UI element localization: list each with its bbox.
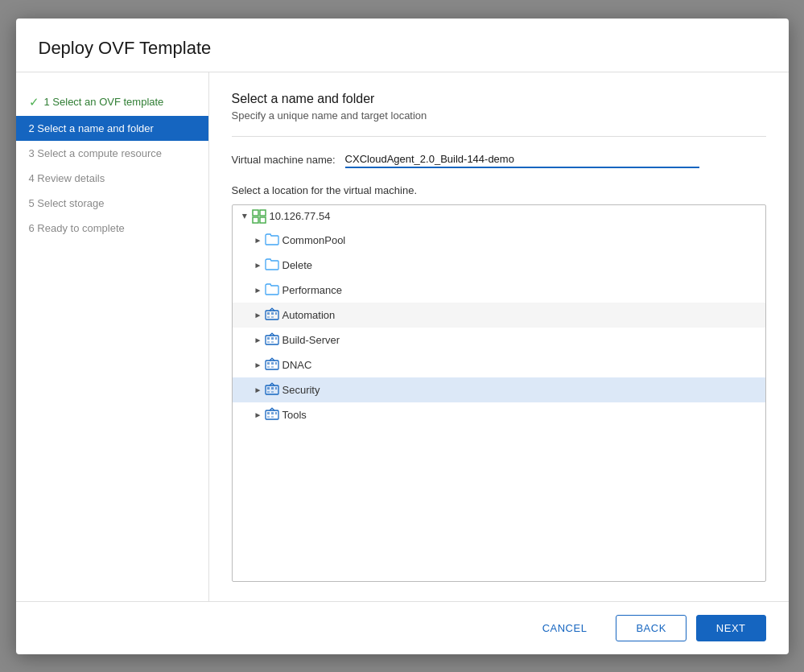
tree-item-automation[interactable]: ► Automation [233, 303, 765, 328]
sidebar-item-label: 5 Select storage [29, 197, 105, 209]
svg-rect-18 [271, 362, 274, 365]
svg-rect-4 [266, 311, 278, 320]
divider [232, 136, 766, 137]
folder-icon [265, 357, 282, 373]
tree-item-commonpool[interactable]: ► CommonPool [233, 228, 765, 253]
svg-rect-24 [271, 387, 274, 390]
tree-item-label: CommonPool [282, 234, 346, 246]
svg-rect-22 [266, 385, 278, 394]
tree-item-label: Tools [282, 409, 307, 421]
folder-icon [265, 282, 282, 299]
location-label: Select a location for the virtual machin… [232, 184, 766, 196]
tree-item-dnac[interactable]: ► DNAC [233, 352, 765, 377]
root-label: 10.126.77.54 [270, 210, 331, 222]
svg-rect-9 [271, 316, 274, 318]
folder-icon [265, 381, 282, 398]
svg-rect-25 [275, 387, 277, 390]
svg-rect-26 [267, 391, 270, 393]
tree-item-label: DNAC [282, 359, 312, 371]
svg-rect-16 [266, 361, 278, 369]
chevron-icon: ► [252, 283, 265, 296]
root-server-icon [252, 209, 266, 224]
tree-item-label: Delete [282, 259, 313, 271]
tree-item-performance[interactable]: ► Performance [233, 278, 765, 303]
folder-icon [265, 232, 282, 249]
folder-icon [265, 257, 282, 274]
sidebar-item-label: 4 Review details [29, 172, 105, 184]
vm-name-input[interactable] [345, 151, 699, 168]
sidebar-item-label: 1 Select an OVF template [44, 96, 164, 108]
sidebar-item-label: 3 Select a compute resource [29, 147, 162, 159]
svg-rect-17 [267, 362, 270, 365]
tree-item-label: Automation [282, 309, 336, 321]
chevron-icon: ► [252, 408, 265, 421]
folder-icon [265, 406, 282, 423]
wizard-sidebar: ✓1 Select an OVF template2 Select a name… [16, 72, 209, 601]
tree-item-label: Security [282, 384, 320, 396]
deploy-ovf-dialog: Deploy OVF Template ✓1 Select an OVF tem… [16, 19, 789, 654]
svg-rect-0 [253, 210, 258, 216]
svg-rect-23 [267, 387, 270, 390]
svg-rect-30 [271, 412, 274, 414]
svg-rect-29 [267, 412, 270, 414]
tree-root[interactable]: ► 10.126.77.54 [233, 205, 765, 228]
chevron-icon: ► [252, 358, 265, 371]
svg-rect-19 [275, 362, 277, 365]
svg-rect-31 [275, 412, 277, 414]
sidebar-item-step3[interactable]: 3 Select a compute resource [16, 141, 208, 166]
sidebar-item-step6[interactable]: 6 Ready to complete [16, 216, 208, 241]
svg-rect-11 [267, 337, 270, 340]
tree-item-delete[interactable]: ► Delete [233, 253, 765, 278]
svg-rect-27 [271, 391, 274, 393]
svg-rect-14 [267, 341, 270, 343]
svg-rect-5 [267, 312, 270, 315]
chevron-icon: ► [252, 233, 265, 246]
sidebar-item-step1[interactable]: ✓1 Select an OVF template [16, 89, 208, 116]
chevron-icon: ► [252, 258, 265, 271]
dialog-header: Deploy OVF Template [16, 19, 789, 72]
check-icon: ✓ [29, 95, 39, 109]
svg-rect-21 [271, 366, 274, 368]
svg-rect-2 [253, 217, 258, 223]
sidebar-item-label: 6 Ready to complete [29, 222, 125, 234]
svg-rect-15 [271, 341, 274, 343]
svg-rect-20 [267, 366, 270, 368]
dialog-body: ✓1 Select an OVF template2 Select a name… [16, 72, 789, 601]
svg-rect-32 [267, 416, 270, 418]
svg-rect-10 [266, 336, 278, 344]
sidebar-item-label: 2 Select a name and folder [29, 122, 154, 134]
svg-rect-28 [266, 410, 278, 419]
tree-container[interactable]: ► 10.126.77.54 ► CommonPool ► Delete ► P… [232, 204, 766, 582]
tree-item-build-server[interactable]: ► Build-Server [233, 328, 765, 352]
vm-name-row: Virtual machine name: [232, 151, 766, 168]
svg-rect-1 [260, 210, 266, 216]
sidebar-item-step2[interactable]: 2 Select a name and folder [16, 116, 208, 141]
folder-icon [265, 307, 282, 324]
dialog-title: Deploy OVF Template [39, 38, 766, 59]
svg-rect-13 [275, 337, 277, 340]
section-subtitle: Specify a unique name and target locatio… [232, 109, 766, 122]
next-button[interactable]: NEXT [696, 615, 766, 641]
chevron-icon: ► [252, 333, 265, 346]
svg-rect-12 [271, 337, 274, 340]
cancel-button[interactable]: CANCEL [523, 616, 607, 641]
svg-rect-3 [260, 217, 266, 223]
back-button[interactable]: BACK [616, 615, 686, 641]
svg-rect-33 [271, 416, 274, 418]
section-title: Select a name and folder [232, 92, 766, 106]
sidebar-item-step5[interactable]: 5 Select storage [16, 191, 208, 216]
chevron-icon: ► [252, 383, 265, 396]
chevron-icon: ► [239, 210, 252, 223]
vm-name-label: Virtual machine name: [232, 154, 336, 166]
svg-rect-7 [275, 312, 277, 315]
tree-item-label: Build-Server [282, 334, 340, 346]
sidebar-item-step4[interactable]: 4 Review details [16, 166, 208, 191]
svg-rect-8 [267, 316, 270, 318]
main-content: Select a name and folder Specify a uniqu… [209, 72, 789, 601]
tree-item-tools[interactable]: ► Tools [233, 402, 765, 427]
chevron-icon: ► [252, 308, 265, 321]
svg-rect-6 [271, 312, 274, 315]
dialog-footer: CANCEL BACK NEXT [16, 601, 789, 654]
tree-item-security[interactable]: ► Security [233, 377, 765, 402]
tree-item-label: Performance [282, 284, 342, 296]
